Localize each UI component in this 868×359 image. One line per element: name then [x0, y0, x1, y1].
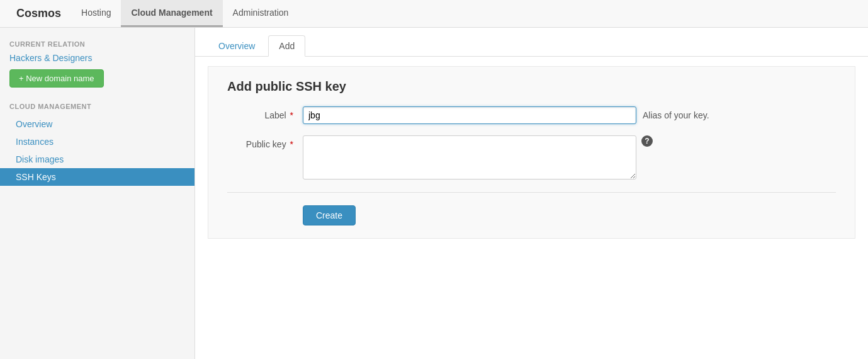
nav-item-hosting[interactable]: Hosting — [71, 0, 121, 27]
main-layout: CURRENT RELATION Hackers & Designers + N… — [0, 28, 868, 359]
sidebar-item-instances[interactable]: Instances — [9, 133, 185, 151]
cloud-management-label: CLOUD MANAGEMENT — [9, 103, 185, 110]
cloud-management-section: CLOUD MANAGEMENT Overview Instances Disk… — [9, 103, 185, 186]
public-key-label: Public key * — [227, 135, 303, 149]
sidebar-item-disk-images[interactable]: Disk images — [9, 151, 185, 168]
new-domain-button[interactable]: + New domain name — [9, 69, 104, 88]
public-key-input[interactable] — [303, 135, 636, 180]
submit-row: Create — [227, 205, 836, 225]
brand-logo[interactable]: Cosmos — [6, 0, 71, 27]
top-nav: Cosmos Hosting Cloud Management Administ… — [0, 0, 868, 28]
label-field-row: Label * Alias of your key. — [227, 106, 836, 124]
tab-overview[interactable]: Overview — [208, 35, 266, 56]
current-relation-label: CURRENT RELATION — [9, 40, 185, 48]
label-field-label: Label * — [227, 106, 303, 120]
form-title: Add public SSH key — [227, 79, 836, 94]
tab-add[interactable]: Add — [268, 35, 305, 57]
sidebar-item-overview[interactable]: Overview — [9, 115, 185, 133]
nav-item-administration[interactable]: Administration — [223, 0, 299, 27]
current-relation-section: CURRENT RELATION Hackers & Designers + N… — [9, 40, 185, 88]
public-key-field-row: Public key * ? — [227, 135, 836, 180]
nav-item-cloud-management[interactable]: Cloud Management — [121, 0, 222, 27]
form-divider — [227, 192, 836, 193]
tabs: Overview Add — [195, 28, 868, 57]
sidebar-item-ssh-keys[interactable]: SSH Keys — [0, 168, 194, 186]
public-key-help-icon[interactable]: ? — [641, 135, 653, 147]
create-button[interactable]: Create — [303, 205, 356, 225]
label-hint: Alias of your key. — [643, 106, 709, 120]
label-input[interactable] — [303, 106, 636, 124]
relation-link[interactable]: Hackers & Designers — [9, 53, 185, 63]
sidebar: CURRENT RELATION Hackers & Designers + N… — [0, 28, 195, 359]
add-ssh-key-form: Add public SSH key Label * Alias of your… — [208, 66, 855, 239]
content-area: Overview Add Add public SSH key Label * … — [195, 28, 868, 359]
